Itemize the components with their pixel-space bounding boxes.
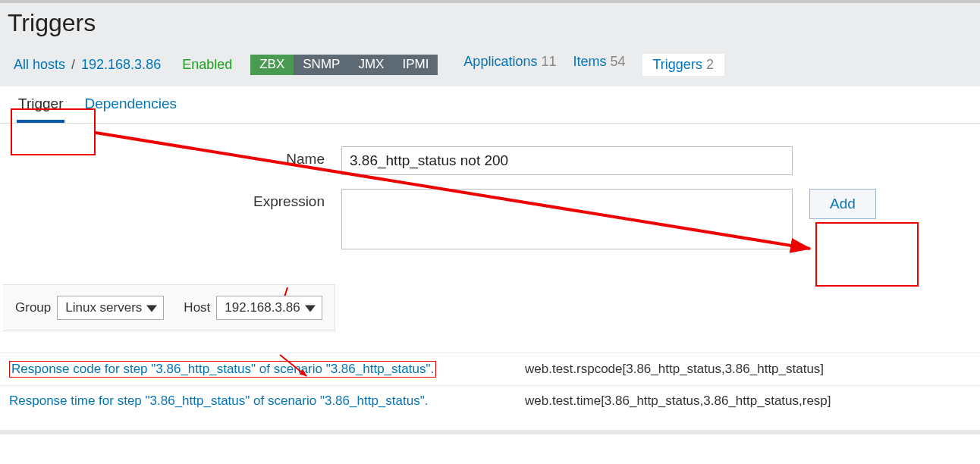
pill-ipmi: IPMI: [393, 55, 438, 75]
status-enabled: Enabled: [182, 57, 232, 73]
pill-snmp: SNMP: [294, 55, 349, 75]
annotation-highlight-item: Response code for step "3.86_http_status…: [9, 361, 436, 378]
pill-jmx: JMX: [349, 55, 393, 75]
table-row: Response code for step "3.86_http_status…: [0, 353, 980, 386]
label-name: Name: [15, 146, 341, 168]
input-name[interactable]: [341, 146, 793, 175]
link-triggers[interactable]: Triggers 2: [642, 54, 724, 76]
count: 54: [611, 54, 626, 69]
count: 11: [541, 54, 556, 69]
label: Triggers: [653, 57, 702, 72]
label-expression: Expression: [15, 189, 341, 210]
item-link[interactable]: Response time for step "3.86_http_status…: [9, 393, 428, 408]
label-host: Host: [184, 300, 210, 315]
label: Applications: [463, 54, 537, 69]
trigger-form: Name Expression Add: [0, 124, 980, 278]
link-applications[interactable]: Applications 11: [463, 54, 556, 76]
label: Items: [573, 54, 606, 69]
item-key: web.test.rspcode[3.86_http_status,3.86_h…: [516, 353, 980, 386]
footer-divider: [0, 430, 980, 434]
tab-trigger[interactable]: Trigger: [17, 94, 64, 123]
filter-bar: Group Linux servers Host 192.168.3.86: [3, 284, 335, 331]
breadcrumb-all-hosts[interactable]: All hosts: [14, 57, 65, 73]
breadcrumb-host[interactable]: 192.168.3.86: [81, 57, 161, 73]
pill-zbx: ZBX: [250, 55, 294, 75]
input-expression[interactable]: [341, 189, 793, 249]
page-title: Triggers: [0, 3, 980, 51]
agent-pills: ZBX SNMP JMX IPMI: [250, 55, 438, 75]
add-button[interactable]: Add: [809, 189, 876, 219]
table-row: Response time for step "3.86_http_status…: [0, 386, 980, 417]
breadcrumb-bar: All hosts / 192.168.3.86 Enabled ZBX SNM…: [0, 51, 980, 86]
select-group[interactable]: Linux servers: [57, 296, 164, 320]
label-group: Group: [15, 300, 51, 315]
section-links: Applications 11 Items 54 Triggers 2: [463, 54, 724, 76]
item-link[interactable]: Response code for step "3.86_http_status…: [11, 362, 434, 376]
items-table: Response code for step "3.86_http_status…: [0, 353, 980, 416]
tab-dependencies[interactable]: Dependencies: [83, 94, 177, 123]
select-host[interactable]: 192.168.3.86: [216, 296, 322, 320]
count: 2: [706, 57, 714, 72]
tab-bar: Trigger Dependencies: [0, 86, 980, 124]
item-key: web.test.time[3.86_http_status,3.86_http…: [516, 386, 980, 417]
breadcrumb-separator: /: [70, 57, 77, 73]
link-items[interactable]: Items 54: [573, 54, 625, 76]
